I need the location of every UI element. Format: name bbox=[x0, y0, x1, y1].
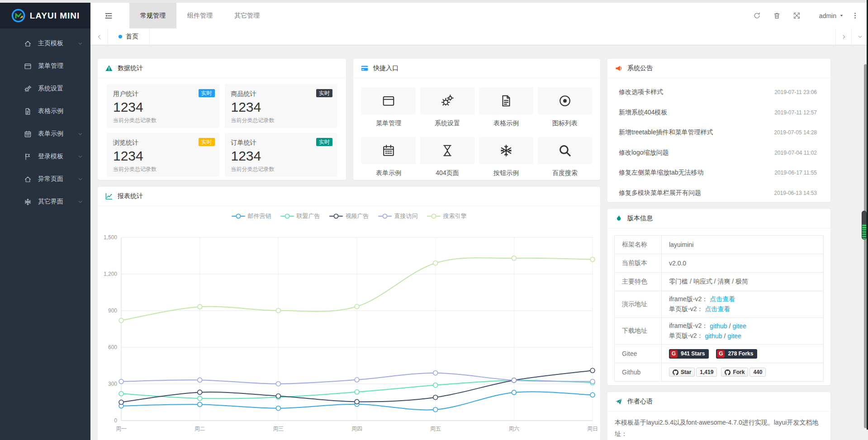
legend-item-2[interactable]: 视频广告 bbox=[329, 212, 369, 220]
gitee-badge-0[interactable]: G941 Stars bbox=[669, 349, 709, 359]
window-icon bbox=[23, 62, 33, 70]
quick-entry-2[interactable]: 表格示例 bbox=[479, 87, 533, 128]
legend-marker-icon bbox=[427, 213, 441, 219]
version-row-2: 主要特色零门槛 / 响应式 / 清爽 / 极简 bbox=[615, 273, 823, 291]
quick-entry-7[interactable]: 百度搜索 bbox=[538, 137, 592, 177]
quick-entry-4[interactable]: 表单示例 bbox=[361, 137, 416, 177]
line-chart[interactable]: 03006009001,2001,500周一周二周三周四周五周六周日 bbox=[98, 225, 600, 440]
sidebar-item-label: 表格示例 bbox=[38, 107, 63, 115]
user-menu[interactable]: admin bbox=[819, 12, 844, 19]
sidebar-item-2[interactable]: 系统设置 bbox=[0, 77, 90, 100]
more-menu-icon[interactable] bbox=[851, 12, 859, 19]
announcements-header: 系统公告 bbox=[607, 59, 830, 78]
tabs-scroll-left-icon[interactable] bbox=[90, 28, 108, 45]
version-link[interactable]: github bbox=[710, 322, 727, 330]
sidebar-item-6[interactable]: 异常页面 bbox=[0, 168, 90, 190]
card-version-info: 版本信息 框架名称layuimini当前版本v2.0.0主要特色零门槛 / 响应… bbox=[607, 209, 830, 385]
quick-entry-icon-box bbox=[420, 137, 474, 164]
legend-label: 联盟广告 bbox=[297, 212, 320, 220]
sidebar-item-3[interactable]: 表格示例 bbox=[0, 100, 90, 123]
github-badge-1[interactable]: Fork440 bbox=[721, 368, 766, 377]
quick-entry-label: 系统设置 bbox=[420, 119, 474, 128]
version-row-4: 下载地址iframe版-v2：github / gitee单页版-v2：gith… bbox=[615, 318, 823, 345]
chevron-down-icon bbox=[77, 199, 83, 205]
announcement-item-2[interactable]: 新增treetable插件和菜单管理样式2019-07-05 14:28 bbox=[619, 123, 817, 143]
sidebar-item-label: 表单示例 bbox=[38, 130, 63, 138]
sidebar-item-4[interactable]: 表单示例 bbox=[0, 123, 90, 145]
clear-cache-icon[interactable] bbox=[773, 12, 781, 19]
version-link[interactable]: 点击查看 bbox=[705, 305, 730, 313]
version-row-label: 下载地址 bbox=[615, 318, 662, 344]
quick-entry-label: 菜单管理 bbox=[361, 119, 416, 128]
github-badge-0[interactable]: Star1,419 bbox=[669, 368, 717, 377]
version-link[interactable]: github bbox=[705, 332, 722, 340]
quick-entry-5[interactable]: 404页面 bbox=[420, 137, 474, 177]
gitee-badge-1[interactable]: G278 Forks bbox=[716, 349, 757, 359]
legend-item-4[interactable]: 搜索引擎 bbox=[427, 212, 467, 220]
snowflake-icon bbox=[499, 144, 513, 157]
realtime-badge: 实时 bbox=[316, 89, 332, 97]
announcement-date: 2019-06-17 11:55 bbox=[774, 170, 817, 176]
sidebar-item-7[interactable]: 其它界面 bbox=[0, 190, 90, 213]
legend-marker-icon bbox=[329, 213, 343, 219]
link-separator: / bbox=[729, 322, 731, 330]
tabs-menu-icon[interactable] bbox=[851, 28, 868, 45]
announcement-text: 修复多模块菜单栏展开有问题 bbox=[619, 189, 701, 197]
stat-value: 1234 bbox=[231, 148, 331, 164]
card-author-words: 作者心语 本模板基于layui2.5.4以及font-awesome-4.7.0… bbox=[607, 392, 830, 440]
legend-item-3[interactable]: 直接访问 bbox=[378, 212, 418, 220]
calendar-icon bbox=[382, 144, 395, 157]
header-tab-0[interactable]: 常规管理 bbox=[129, 3, 176, 28]
scrollbar-thumb[interactable] bbox=[862, 211, 867, 240]
version-row-0: 框架名称layuimini bbox=[615, 236, 823, 254]
author-body: 本模板基于layui2.5.4以及font-awesome-4.7.0进行实现。… bbox=[607, 412, 830, 440]
sidebar-item-1[interactable]: 菜单管理 bbox=[0, 55, 90, 77]
fullscreen-icon[interactable] bbox=[793, 12, 801, 19]
sidebar-nav: 主页模板菜单管理系统设置表格示例表单示例登录模板异常页面其它界面 bbox=[0, 28, 90, 213]
legend-item-0[interactable]: 邮件营销 bbox=[232, 212, 271, 220]
home-icon bbox=[23, 40, 33, 47]
header-tab-1[interactable]: 组件管理 bbox=[176, 3, 223, 28]
gitee-badge-label: 941 Stars bbox=[681, 350, 705, 357]
announcement-item-0[interactable]: 修改选项卡样式2019-07-11 23:06 bbox=[619, 82, 817, 103]
version-row-label: 当前版本 bbox=[615, 254, 662, 272]
file-icon bbox=[23, 108, 33, 115]
version-row-value: iframe版-v2：github / gitee单页版-v2：github /… bbox=[662, 318, 823, 344]
announcement-item-5[interactable]: 修复多模块菜单栏展开有问题2019-06-13 14:53 bbox=[619, 183, 817, 203]
app-logo[interactable]: LAYUI MINI bbox=[0, 3, 90, 28]
card-title: 快捷入口 bbox=[373, 64, 398, 72]
version-link[interactable]: gitee bbox=[728, 332, 741, 340]
search-icon bbox=[558, 144, 572, 157]
tabs-scroll-right-icon[interactable] bbox=[835, 28, 852, 45]
legend-item-1[interactable]: 联盟广告 bbox=[280, 212, 320, 220]
quick-entry-3[interactable]: 图标列表 bbox=[538, 87, 592, 128]
announcement-item-1[interactable]: 新增系统404模板2019-07-11 12:57 bbox=[619, 103, 817, 123]
version-row-value: 零门槛 / 响应式 / 清爽 / 极简 bbox=[662, 273, 823, 291]
version-row-3: 演示地址iframe版-v2：点击查看单页版-v2：点击查看 bbox=[615, 291, 823, 318]
tab-home[interactable]: 首页 bbox=[108, 28, 150, 45]
quick-entry-label: 表格示例 bbox=[479, 119, 533, 128]
quick-entry-label: 404页面 bbox=[420, 169, 474, 177]
stat-label: 浏览统计 bbox=[113, 139, 213, 147]
announcement-text: 新增treetable插件和菜单管理样式 bbox=[619, 128, 713, 137]
announcement-text: 修复左侧菜单缩放tab无法移动 bbox=[619, 169, 703, 177]
version-link[interactable]: 点击查看 bbox=[710, 295, 735, 303]
svg-text:周三: 周三 bbox=[273, 426, 284, 432]
quick-entry-0[interactable]: 菜单管理 bbox=[361, 87, 416, 128]
collapse-sidebar-icon[interactable] bbox=[104, 11, 113, 20]
quick-entry-6[interactable]: 按钮示例 bbox=[479, 137, 533, 177]
version-link[interactable]: gitee bbox=[732, 322, 746, 330]
quick-entry-1[interactable]: 系统设置 bbox=[420, 87, 474, 128]
header-tab-2[interactable]: 其它管理 bbox=[223, 3, 270, 28]
announcement-item-4[interactable]: 修复左侧菜单缩放tab无法移动2019-06-17 11:55 bbox=[619, 163, 817, 183]
announcement-date: 2019-07-05 14:28 bbox=[774, 129, 817, 136]
stat-label: 订单统计 bbox=[231, 139, 331, 147]
announcement-item-3[interactable]: 修改logo缩放问题2019-07-04 11:02 bbox=[619, 143, 817, 163]
stat-value: 1234 bbox=[231, 99, 331, 115]
svg-text:周二: 周二 bbox=[194, 426, 205, 432]
quick-entry-icon-box bbox=[538, 87, 592, 114]
sidebar-item-5[interactable]: 登录模板 bbox=[0, 145, 90, 168]
version-value: 零门槛 / 响应式 / 清爽 / 极简 bbox=[669, 278, 820, 286]
sidebar-item-0[interactable]: 主页模板 bbox=[0, 32, 90, 55]
refresh-icon[interactable] bbox=[753, 12, 761, 19]
